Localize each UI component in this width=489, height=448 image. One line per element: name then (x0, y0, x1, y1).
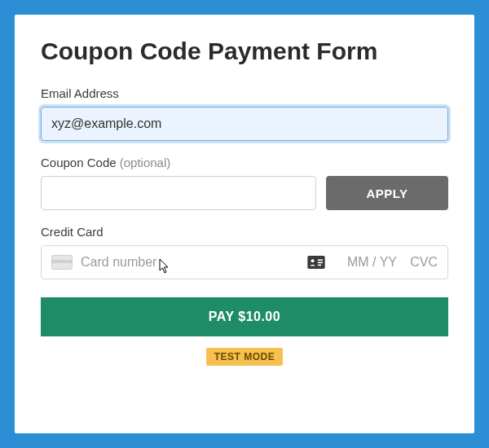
email-field-group: Email Address (41, 86, 448, 141)
email-input[interactable] (41, 107, 448, 141)
card-cvc-placeholder[interactable]: CVC (405, 255, 438, 270)
svg-rect-3 (318, 262, 323, 264)
coupon-label: Coupon Code (optional) (41, 156, 448, 169)
coupon-optional-text: (optional) (120, 156, 171, 169)
card-number-input[interactable] (81, 255, 299, 270)
card-icon (51, 255, 73, 270)
card-field-group: Credit Card MM / YY CVC (41, 225, 448, 279)
svg-point-1 (311, 259, 315, 262)
page-title: Coupon Code Payment Form (41, 37, 448, 65)
pay-button[interactable]: PAY $10.00 (41, 297, 448, 336)
card-expiry-placeholder[interactable]: MM / YY (333, 255, 397, 270)
apply-button[interactable]: APPLY (326, 176, 448, 210)
test-mode-badge: TEST MODE (206, 348, 284, 366)
coupon-field-group: Coupon Code (optional) APPLY (41, 156, 448, 210)
coupon-label-text: Coupon Code (41, 156, 117, 169)
card-input-row[interactable]: MM / YY CVC (41, 245, 448, 279)
coupon-input[interactable] (41, 176, 316, 210)
id-card-icon (307, 256, 325, 269)
svg-rect-4 (318, 265, 321, 266)
card-label: Credit Card (41, 225, 448, 239)
email-label: Email Address (41, 86, 448, 100)
payment-form-card: Coupon Code Payment Form Email Address C… (15, 15, 474, 433)
svg-rect-2 (318, 259, 323, 261)
